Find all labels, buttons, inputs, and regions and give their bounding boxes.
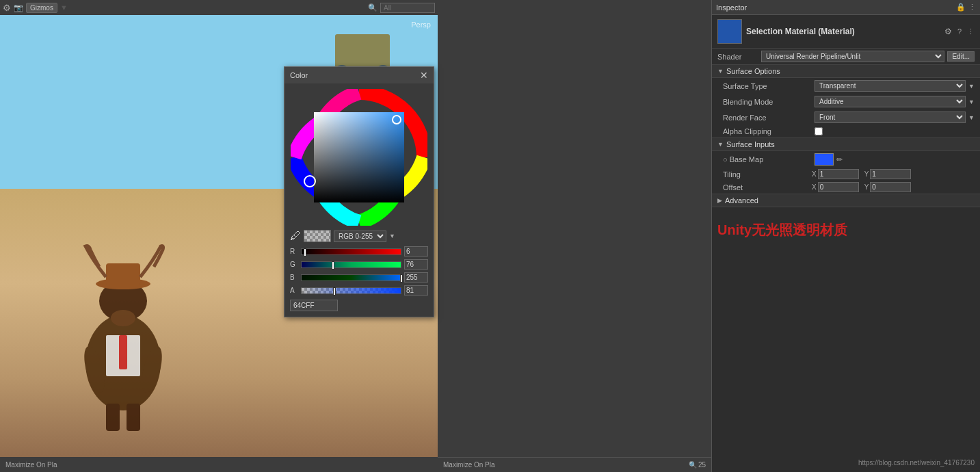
right-tiling-fields: X Y (812, 169, 975, 179)
color-picker-header: Color ✕ (284, 67, 434, 83)
scene-settings-icon[interactable]: ⚙ (3, 3, 11, 13)
g-input[interactable] (404, 259, 428, 270)
right-offset-x-input[interactable] (818, 182, 859, 192)
color-picker-body: 🖊 RGB 0-255 ▼ R G (284, 83, 434, 317)
color-picker-close-button[interactable]: ✕ (420, 70, 428, 81)
right-shader-row: Shader Universal Render Pipeline/Unlit E… (712, 49, 980, 64)
zoom-value: 25 (698, 461, 706, 469)
r-slider[interactable] (301, 248, 401, 255)
right-tiling-label: Tiling (723, 170, 812, 179)
right-inspector-lock-icon[interactable]: 🔒 (956, 3, 966, 12)
right-tiling-x-input[interactable] (818, 169, 859, 179)
right-base-map-edit-icon[interactable]: ✏ (836, 155, 843, 164)
right-surface-options-header[interactable]: ▼ Surface Options (712, 64, 980, 78)
right-surface-inputs-header[interactable]: ▼ Surface Inputs (712, 137, 980, 151)
right-surface-type-dropdown-icon: ▼ (968, 83, 975, 90)
svg-rect-11 (335, 34, 390, 68)
right-tiling-row: Tiling X Y (712, 168, 980, 181)
scene-search-input[interactable] (380, 3, 435, 13)
right-settings-icon[interactable]: ⚙ (944, 27, 952, 36)
b-input[interactable] (404, 272, 428, 283)
scene-bottom-bar: Maximize On Pla (0, 457, 438, 472)
b-label: B (290, 274, 298, 281)
a-label: A (290, 287, 298, 294)
right-material-icon (717, 19, 742, 44)
right-offset-row: Offset X Y (712, 181, 980, 194)
right-help-icon[interactable]: ? (957, 27, 962, 36)
eyedropper-button[interactable]: 🖊 (290, 230, 301, 242)
svg-rect-20 (314, 112, 404, 202)
persp-label: Persp (411, 21, 431, 29)
right-inspector-menu-icon[interactable]: ⋮ (968, 3, 976, 12)
right-base-map-circle-icon: ○ (723, 155, 728, 163)
right-advanced-header[interactable]: ▶ Advanced (712, 194, 980, 207)
hex-input[interactable] (290, 300, 338, 311)
b-slider[interactable] (301, 274, 401, 281)
alpha-preview (304, 230, 331, 242)
right-tiling-y-label: Y (864, 170, 869, 178)
hex-row (290, 300, 428, 311)
a-input[interactable] (404, 285, 428, 296)
scene-camera-icon[interactable]: 📷 (14, 3, 23, 12)
right-material-header: Selection Material (Material) ⚙ ? ⋮ (712, 15, 980, 49)
right-surface-options-title: Surface Options (726, 67, 780, 75)
right-offset-label: Offset (723, 183, 812, 192)
g-slider[interactable] (301, 261, 401, 268)
right-offset-x-pair: X (812, 182, 859, 192)
g-label: G (290, 261, 298, 268)
right-blending-mode-label: Blending Mode (723, 98, 812, 106)
right-render-face-label: Render Face (723, 114, 812, 122)
watermark-text: Unity无光照透明材质 (712, 207, 980, 253)
r-input[interactable] (404, 246, 428, 257)
right-tiling-y-input[interactable] (870, 169, 911, 179)
watermark-url: https://blog.csdn.net/weixin_41767230 (858, 459, 975, 467)
right-edit-button[interactable]: Edit... (947, 51, 975, 62)
right-surface-type-label: Surface Type (723, 82, 812, 90)
right-tiling-x-pair: X (812, 169, 859, 179)
right-alpha-clipping-checkbox[interactable] (815, 127, 823, 135)
color-wheel-svg[interactable] (291, 89, 427, 226)
a-slider[interactable] (301, 287, 401, 294)
color-controls-row: 🖊 RGB 0-255 ▼ (290, 230, 428, 242)
color-wheel-area[interactable] (291, 89, 427, 226)
bottom-maximize-label: Maximize On Pla (443, 461, 495, 469)
right-blending-mode-row: Blending Mode Additive ▼ (712, 94, 980, 109)
r-label: R (290, 248, 298, 255)
right-surface-inputs-arrow: ▼ (717, 141, 724, 148)
g-channel-row: G (290, 258, 428, 271)
right-offset-y-label: Y (864, 183, 869, 191)
right-shader-select[interactable]: Universal Render Pipeline/Unlit (761, 51, 944, 62)
search-icon: 🔍 (368, 3, 378, 12)
right-inspector-header: Inspector 🔒 ⋮ (712, 0, 980, 15)
right-advanced-arrow: ▶ (717, 197, 722, 204)
right-base-map-row: ○ Base Map ✏ (712, 151, 980, 168)
r-channel-row: R (290, 245, 428, 258)
right-blending-mode-select[interactable]: Additive (815, 96, 966, 107)
svg-rect-10 (127, 404, 140, 431)
maximize-label: Maximize On Pla (5, 461, 57, 469)
b-channel-row: B (290, 271, 428, 284)
right-render-face-row: Render Face Front ▼ (712, 109, 980, 125)
color-picker-title: Color (290, 71, 308, 79)
right-inspector-panel: Inspector 🔒 ⋮ Selection Material (Materi… (711, 0, 980, 472)
svg-rect-4 (106, 263, 140, 285)
right-surface-type-select[interactable]: Transparent (815, 80, 966, 92)
right-base-map-color-swatch[interactable] (815, 153, 834, 166)
right-surface-type-row: Surface Type Transparent ▼ (712, 78, 980, 94)
right-inspector-title: Inspector (716, 3, 747, 12)
right-alpha-clipping-label: Alpha Clipping (723, 127, 812, 135)
right-blending-mode-dropdown-icon: ▼ (968, 99, 975, 105)
scene-toolbar: ⚙ 📷 Gizmos ▼ 🔍 (0, 0, 438, 15)
svg-rect-9 (106, 404, 120, 431)
gizmos-button[interactable]: Gizmos (26, 3, 57, 13)
right-offset-y-input[interactable] (870, 182, 911, 192)
right-more-icon[interactable]: ⋮ (967, 27, 975, 36)
right-advanced-title: Advanced (725, 196, 758, 205)
right-alpha-clipping-row: Alpha Clipping (712, 125, 980, 137)
right-base-map-label: ○ Base Map (723, 155, 812, 163)
format-select[interactable]: RGB 0-255 (334, 231, 386, 242)
right-render-face-dropdown-icon: ▼ (968, 114, 975, 121)
right-render-face-select[interactable]: Front (815, 112, 966, 123)
right-offset-fields: X Y (812, 182, 975, 192)
right-shader-label: Shader (717, 53, 758, 61)
